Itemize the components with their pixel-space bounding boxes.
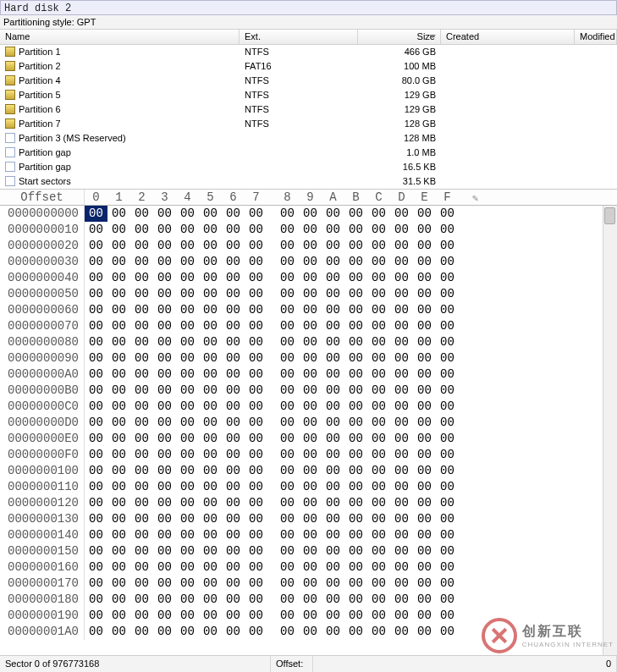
hex-byte[interactable]: 00 bbox=[107, 415, 130, 431]
hex-byte[interactable]: 00 bbox=[85, 302, 107, 318]
hex-byte[interactable]: 00 bbox=[367, 302, 390, 318]
hex-byte[interactable]: 00 bbox=[153, 206, 176, 222]
hex-byte[interactable]: 00 bbox=[276, 318, 299, 334]
hex-byte[interactable]: 00 bbox=[199, 576, 222, 592]
hex-byte[interactable]: 00 bbox=[107, 206, 130, 222]
hex-byte[interactable]: 00 bbox=[245, 254, 267, 270]
hex-ascii[interactable] bbox=[459, 463, 603, 479]
hex-byte[interactable]: 00 bbox=[245, 350, 267, 366]
hex-byte[interactable]: 00 bbox=[222, 624, 245, 640]
hex-ascii[interactable] bbox=[459, 383, 603, 399]
hex-byte[interactable]: 00 bbox=[199, 527, 222, 543]
hex-byte[interactable]: 00 bbox=[222, 527, 245, 543]
hex-byte[interactable]: 00 bbox=[107, 238, 130, 254]
hex-byte[interactable]: 00 bbox=[436, 286, 459, 302]
hex-byte[interactable]: 00 bbox=[107, 254, 130, 270]
hex-byte[interactable]: 00 bbox=[436, 592, 459, 608]
hex-byte[interactable]: 00 bbox=[276, 366, 299, 383]
hex-byte[interactable]: 00 bbox=[245, 479, 267, 495]
hex-byte[interactable]: 00 bbox=[153, 624, 176, 640]
hex-byte[interactable]: 00 bbox=[344, 350, 367, 366]
hex-byte[interactable]: 00 bbox=[413, 447, 436, 463]
hex-byte[interactable]: 00 bbox=[390, 350, 413, 366]
hex-ascii[interactable] bbox=[459, 592, 603, 608]
hex-byte[interactable]: 00 bbox=[322, 479, 344, 495]
hex-byte[interactable]: 00 bbox=[199, 463, 222, 479]
hex-byte[interactable]: 00 bbox=[276, 238, 299, 254]
hex-byte[interactable]: 00 bbox=[276, 383, 299, 399]
hex-byte[interactable]: 00 bbox=[390, 286, 413, 302]
hex-byte[interactable]: 00 bbox=[153, 399, 176, 415]
hex-byte[interactable]: 00 bbox=[322, 495, 344, 511]
hex-byte[interactable]: 00 bbox=[107, 511, 130, 527]
hex-byte[interactable]: 00 bbox=[153, 318, 176, 334]
hex-ascii[interactable] bbox=[459, 624, 603, 640]
hex-byte[interactable]: 00 bbox=[245, 238, 267, 254]
hex-byte[interactable]: 00 bbox=[299, 495, 322, 511]
hex-byte[interactable]: 00 bbox=[153, 222, 176, 238]
hex-byte[interactable]: 00 bbox=[276, 222, 299, 238]
hex-byte[interactable]: 00 bbox=[344, 206, 367, 222]
hex-byte[interactable]: 00 bbox=[367, 399, 390, 415]
hex-byte[interactable]: 00 bbox=[436, 624, 459, 640]
hex-byte[interactable]: 00 bbox=[222, 254, 245, 270]
hex-ascii[interactable] bbox=[459, 479, 603, 495]
hex-byte[interactable]: 00 bbox=[199, 238, 222, 254]
hex-byte[interactable]: 00 bbox=[413, 270, 436, 286]
hex-byte[interactable]: 00 bbox=[299, 543, 322, 559]
hex-byte[interactable]: 00 bbox=[344, 543, 367, 559]
hex-byte[interactable]: 00 bbox=[245, 302, 267, 318]
hex-ascii[interactable] bbox=[459, 334, 603, 350]
col-created[interactable]: Created bbox=[441, 30, 575, 44]
hex-byte[interactable]: 00 bbox=[130, 592, 153, 608]
hex-byte[interactable]: 00 bbox=[153, 495, 176, 511]
hex-byte[interactable]: 00 bbox=[299, 334, 322, 350]
table-row[interactable]: Partition 2FAT16100 MB bbox=[0, 59, 617, 74]
hex-byte[interactable]: 00 bbox=[344, 479, 367, 495]
hex-byte[interactable]: 00 bbox=[299, 447, 322, 463]
hex-byte[interactable]: 00 bbox=[322, 463, 344, 479]
hex-byte[interactable]: 00 bbox=[199, 543, 222, 559]
hex-byte[interactable]: 00 bbox=[199, 334, 222, 350]
hex-byte[interactable]: 00 bbox=[85, 206, 107, 222]
hex-byte[interactable]: 00 bbox=[107, 383, 130, 399]
hex-byte[interactable]: 00 bbox=[130, 463, 153, 479]
hex-byte[interactable]: 00 bbox=[222, 543, 245, 559]
hex-byte[interactable]: 00 bbox=[436, 479, 459, 495]
hex-byte[interactable]: 00 bbox=[413, 415, 436, 431]
hex-byte[interactable]: 00 bbox=[130, 447, 153, 463]
hex-byte[interactable]: 00 bbox=[276, 511, 299, 527]
hex-byte[interactable]: 00 bbox=[322, 415, 344, 431]
hex-byte[interactable]: 00 bbox=[85, 383, 107, 399]
hex-byte[interactable]: 00 bbox=[344, 511, 367, 527]
hex-byte[interactable]: 00 bbox=[299, 350, 322, 366]
hex-ascii[interactable] bbox=[459, 447, 603, 463]
hex-byte[interactable]: 00 bbox=[153, 366, 176, 383]
hex-byte[interactable]: 00 bbox=[436, 608, 459, 624]
hex-byte[interactable]: 00 bbox=[390, 608, 413, 624]
hex-byte[interactable]: 00 bbox=[107, 624, 130, 640]
hex-byte[interactable]: 00 bbox=[222, 495, 245, 511]
table-row[interactable]: Partition 7NTFS128 GB bbox=[0, 117, 617, 131]
hex-byte[interactable]: 00 bbox=[276, 350, 299, 366]
hex-byte[interactable]: 00 bbox=[85, 254, 107, 270]
hex-byte[interactable]: 00 bbox=[436, 238, 459, 254]
hex-byte[interactable]: 00 bbox=[176, 350, 199, 366]
hex-byte[interactable]: 00 bbox=[299, 592, 322, 608]
hex-byte[interactable]: 00 bbox=[299, 576, 322, 592]
hex-byte[interactable]: 00 bbox=[436, 431, 459, 447]
hex-byte[interactable]: 00 bbox=[344, 222, 367, 238]
hex-byte[interactable]: 00 bbox=[413, 366, 436, 383]
hex-byte[interactable]: 00 bbox=[199, 383, 222, 399]
hex-byte[interactable]: 00 bbox=[367, 286, 390, 302]
hex-ascii[interactable] bbox=[459, 238, 603, 254]
hex-byte[interactable]: 00 bbox=[199, 447, 222, 463]
hex-byte[interactable]: 00 bbox=[322, 350, 344, 366]
hex-byte[interactable]: 00 bbox=[199, 559, 222, 576]
hex-byte[interactable]: 00 bbox=[107, 270, 130, 286]
hex-byte[interactable]: 00 bbox=[222, 592, 245, 608]
hex-byte[interactable]: 00 bbox=[245, 206, 267, 222]
hex-ascii[interactable] bbox=[459, 511, 603, 527]
hex-byte[interactable]: 00 bbox=[130, 254, 153, 270]
hex-byte[interactable]: 00 bbox=[413, 350, 436, 366]
